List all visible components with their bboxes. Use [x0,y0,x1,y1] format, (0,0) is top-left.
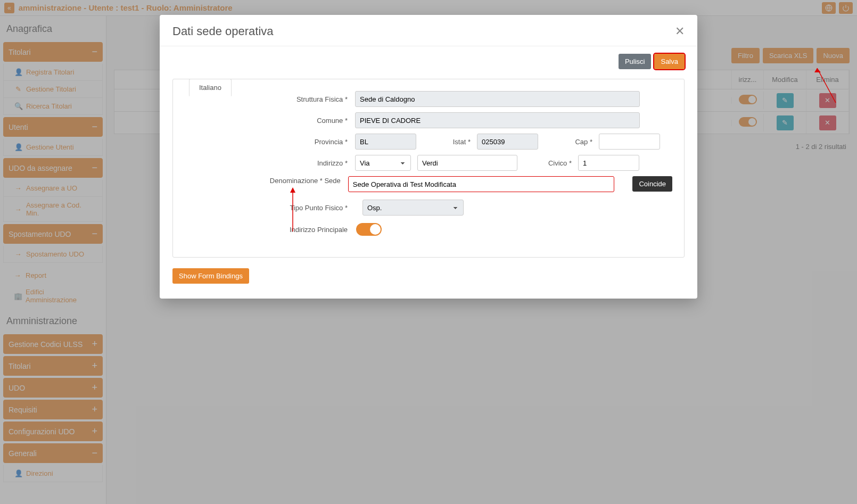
denominazione-field[interactable] [348,176,615,192]
label-comune: Comune * [242,117,349,125]
istat-field[interactable] [477,134,538,150]
pulisci-button[interactable]: Pulisci [619,54,652,69]
salva-button[interactable]: Salva [654,54,685,69]
label-struttura: Struttura Fisica * [242,95,349,103]
label-istat: Istat * [423,138,471,146]
provincia-field[interactable] [355,134,416,150]
modal-overlay: Dati sede operativa ✕ Pulisci Salva Ital… [0,0,857,504]
indirizzo-principale-toggle[interactable] [356,223,382,236]
label-indirizzo-principale: Indirizzo Principale [242,226,349,234]
label-tipo-punto: Tipo Punto Fisico * [242,204,349,212]
tab-italiano[interactable]: Italiano [189,79,232,96]
comune-select[interactable]: PIEVE DI CADORE [355,112,640,128]
tipo-punto-select[interactable]: Osp. [362,200,464,216]
close-icon[interactable]: ✕ [675,24,685,38]
indirizzo-field[interactable] [417,155,517,171]
modal-title: Dati sede operativa [172,24,274,38]
struttura-select[interactable]: Sede di Caldogno [355,91,640,107]
coincide-button[interactable]: Coincide [632,176,672,192]
label-denominazione: Denominazione * Sede [242,176,342,186]
svg-marker-2 [814,68,821,72]
cap-field[interactable] [599,134,660,150]
modal-dati-sede: Dati sede operativa ✕ Pulisci Salva Ital… [160,15,697,299]
form-panel: Italiano Struttura Fisica * Sede di Cald… [172,79,685,258]
annotation-arrow [809,63,841,105]
label-cap: Cap * [545,138,592,146]
via-select[interactable]: Via [355,155,411,171]
svg-line-1 [817,68,836,103]
show-form-bindings-button[interactable]: Show Form Bindings [172,268,249,284]
label-provincia: Provincia * [242,138,349,146]
civico-field[interactable] [578,155,639,171]
label-indirizzo: Indirizzo * [242,159,349,167]
label-civico: Civico * [524,159,572,167]
